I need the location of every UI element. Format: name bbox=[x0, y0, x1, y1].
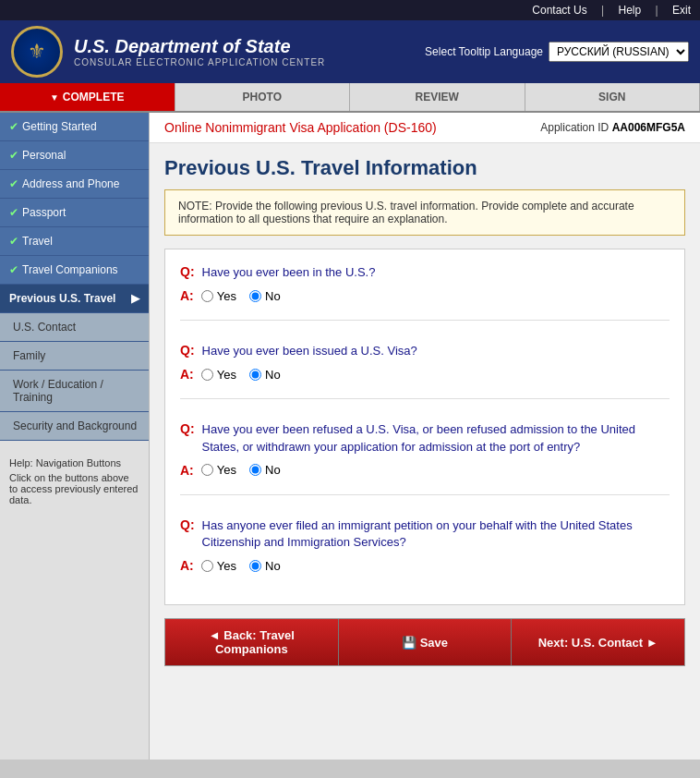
help-link[interactable]: Help bbox=[618, 4, 641, 17]
tab-review[interactable]: REVIEW bbox=[350, 83, 525, 111]
contact-link[interactable]: Contact Us bbox=[532, 4, 586, 17]
q2-text: Have you ever been issued a U.S. Visa? bbox=[202, 343, 417, 359]
q4-yes-radio[interactable] bbox=[201, 560, 213, 572]
q1-radio-group: Yes No bbox=[201, 289, 281, 303]
arrow-icon: ▶ bbox=[131, 292, 139, 305]
q1-yes-option[interactable]: Yes bbox=[201, 289, 236, 303]
sidebar-item-passport[interactable]: ✔ Passport bbox=[0, 199, 149, 227]
sidebar-item-work-education[interactable]: Work / Education / Training bbox=[0, 371, 149, 412]
questions-box: Q: Have you ever been in the U.S.? A: Ye… bbox=[164, 249, 685, 605]
q4-no-radio[interactable] bbox=[249, 560, 261, 572]
q2-radio-group: Yes No bbox=[201, 368, 281, 382]
help-subtitle: Navigation Buttons bbox=[36, 457, 121, 468]
bottom-navigation: ◄ Back: Travel Companions 💾 Save Next: U… bbox=[164, 618, 685, 666]
main-content: Online Nonimmigrant Visa Application (DS… bbox=[150, 113, 700, 760]
sidebar-item-travel-companions[interactable]: ✔ Travel Companions bbox=[0, 256, 149, 285]
q1-yes-radio[interactable] bbox=[201, 290, 213, 302]
q1-text: Have you ever been in the U.S.? bbox=[202, 264, 376, 281]
sidebar-item-security-background[interactable]: Security and Background bbox=[0, 412, 149, 441]
help-text: Click on the buttons above to access pre… bbox=[9, 472, 139, 505]
check-icon: ✔ bbox=[9, 177, 18, 190]
q2-label: Q: bbox=[180, 343, 195, 359]
question-2: Q: Have you ever been issued a U.S. Visa… bbox=[180, 343, 670, 399]
next-button[interactable]: Next: U.S. Contact ► bbox=[512, 619, 684, 665]
sidebar-item-personal[interactable]: ✔ Personal bbox=[0, 141, 149, 170]
question-3: Q: Have you ever been refused a U.S. Vis… bbox=[180, 421, 670, 494]
lang-label: Select Tooltip Language bbox=[425, 45, 543, 58]
q4-label: Q: bbox=[180, 517, 195, 551]
q3-yes-option[interactable]: Yes bbox=[201, 463, 236, 477]
question-1: Q: Have you ever been in the U.S.? A: Ye… bbox=[180, 264, 670, 321]
a4-label: A: bbox=[180, 558, 194, 573]
agency-subtitle: CONSULAR ELECTRONIC APPLICATION CENTER bbox=[74, 57, 325, 67]
agency-title: U.S. Department of State bbox=[74, 36, 325, 57]
q1-no-radio[interactable] bbox=[249, 290, 261, 302]
lang-dropdown[interactable]: РУССКИЙ (RUSSIAN) ENGLISH ESPAÑOL FRANÇA… bbox=[549, 42, 689, 62]
check-icon: ✔ bbox=[9, 206, 18, 219]
nav-tabs: COMPLETE PHOTO REVIEW SIGN bbox=[0, 83, 700, 113]
seal-logo: ⚜ bbox=[11, 26, 63, 78]
a1-label: A: bbox=[180, 288, 194, 303]
q2-no-radio[interactable] bbox=[249, 369, 261, 381]
check-icon: ✔ bbox=[9, 120, 18, 133]
language-selector: Select Tooltip Language РУССКИЙ (RUSSIAN… bbox=[425, 42, 689, 62]
q1-no-option[interactable]: No bbox=[249, 289, 281, 303]
q3-no-radio[interactable] bbox=[249, 464, 261, 476]
q3-yes-radio[interactable] bbox=[201, 464, 213, 476]
help-label: Help: bbox=[9, 457, 33, 468]
sidebar-item-getting-started[interactable]: ✔ Getting Started bbox=[0, 113, 149, 141]
q3-text: Have you ever been refused a U.S. Visa, … bbox=[202, 421, 670, 455]
question-4: Q: Has anyone ever filed an immigrant pe… bbox=[180, 517, 670, 590]
q2-no-option[interactable]: No bbox=[249, 368, 281, 382]
page-title: Previous U.S. Travel Information bbox=[150, 143, 700, 189]
sidebar-item-previous-us-travel[interactable]: Previous U.S. Travel ▶ bbox=[0, 285, 149, 313]
sidebar-item-address-phone[interactable]: ✔ Address and Phone bbox=[0, 170, 149, 199]
note-text: NOTE: Provide the following previous U.S… bbox=[178, 200, 634, 225]
sidebar: ✔ Getting Started ✔ Personal ✔ Address a… bbox=[0, 113, 150, 760]
sidebar-item-family[interactable]: Family bbox=[0, 342, 149, 371]
site-header: ⚜ U.S. Department of State CONSULAR ELEC… bbox=[0, 20, 700, 83]
q3-no-option[interactable]: No bbox=[249, 463, 281, 477]
a2-label: A: bbox=[180, 367, 194, 382]
save-button[interactable]: 💾 Save bbox=[339, 619, 513, 665]
content-wrapper: ✔ Getting Started ✔ Personal ✔ Address a… bbox=[0, 113, 700, 760]
sidebar-item-us-contact[interactable]: U.S. Contact bbox=[0, 313, 149, 342]
a3-label: A: bbox=[180, 463, 194, 478]
exit-link[interactable]: Exit bbox=[672, 4, 691, 17]
tab-photo[interactable]: PHOTO bbox=[175, 83, 351, 111]
tab-complete[interactable]: COMPLETE bbox=[0, 83, 175, 111]
back-button[interactable]: ◄ Back: Travel Companions bbox=[165, 619, 339, 665]
top-bar: Contact Us | Help | Exit bbox=[0, 0, 700, 20]
q4-text: Has anyone ever filed an immigrant petit… bbox=[202, 517, 670, 551]
q3-radio-group: Yes No bbox=[201, 463, 281, 477]
q4-no-option[interactable]: No bbox=[249, 559, 281, 573]
app-id: Application ID AA006MFG5A bbox=[540, 121, 685, 134]
sidebar-help: Help: Navigation Buttons Click on the bu… bbox=[0, 448, 149, 515]
q2-yes-option[interactable]: Yes bbox=[201, 368, 236, 382]
q3-label: Q: bbox=[180, 421, 195, 455]
q4-radio-group: Yes No bbox=[201, 559, 281, 573]
app-title: Online Nonimmigrant Visa Application (DS… bbox=[164, 120, 437, 135]
tab-sign[interactable]: SIGN bbox=[525, 83, 701, 111]
q2-yes-radio[interactable] bbox=[201, 369, 213, 381]
note-box: NOTE: Provide the following previous U.S… bbox=[164, 189, 685, 236]
app-id-value: AA006MFG5A bbox=[612, 121, 685, 134]
app-header: Online Nonimmigrant Visa Application (DS… bbox=[150, 113, 700, 143]
check-icon: ✔ bbox=[9, 149, 18, 162]
check-icon: ✔ bbox=[9, 263, 18, 276]
sidebar-item-travel[interactable]: ✔ Travel bbox=[0, 227, 149, 256]
q4-yes-option[interactable]: Yes bbox=[201, 559, 236, 573]
check-icon: ✔ bbox=[9, 235, 18, 248]
q1-label: Q: bbox=[180, 264, 195, 281]
